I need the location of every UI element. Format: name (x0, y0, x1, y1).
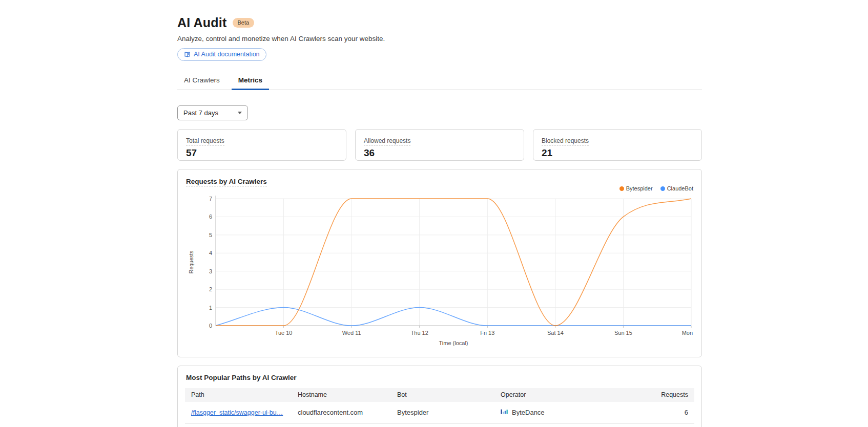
table-title: Most Popular Paths by AI Crawler (178, 366, 701, 388)
x-tick-label: Sun 15 (614, 330, 632, 336)
table-header-row: Path Hostname Bot Operator Requests (185, 388, 694, 402)
tab-ai-crawlers[interactable]: AI Crawlers (177, 72, 226, 90)
table-row: /flasgger_static/lib/jquery.min.jscloudf… (185, 423, 694, 427)
y-tick-label: 1 (209, 305, 212, 311)
column-header-operator: Operator (494, 388, 633, 402)
hostname-cell: cloudflarecontent.com (292, 402, 391, 423)
hostname-cell: cloudflarecontent.com (292, 424, 391, 427)
x-tick-label: Mon 16 (682, 330, 693, 336)
legend-label: Bytespider (626, 185, 653, 191)
page-title: AI Audit (177, 15, 227, 30)
stat-label-allowed-requests[interactable]: Allowed requests (364, 137, 410, 145)
column-header-path: Path (185, 388, 292, 402)
stats-row: Total requests 57 Allowed requests 36 Bl… (177, 129, 702, 161)
tab-metrics[interactable]: Metrics (232, 72, 269, 90)
book-icon (184, 51, 191, 58)
column-header-hostname: Hostname (292, 388, 391, 402)
x-tick-label: Fri 13 (480, 330, 494, 336)
time-range-select[interactable]: Past 7 days (177, 105, 248, 120)
stat-label-blocked-requests: Blocked requests (542, 137, 589, 145)
requests-cell: 6 (633, 402, 694, 423)
x-axis-title: Time (local) (439, 340, 468, 346)
x-tick-label: Tue 10 (275, 330, 293, 336)
requests-cell: 5 (633, 424, 694, 427)
stat-value-blocked-requests: 21 (542, 147, 693, 159)
stat-card-allowed-requests: Allowed requests 36 (355, 129, 524, 161)
requests-line-chart[interactable]: 01234567Tue 10Wed 11Thu 12Fri 13Sat 14Su… (186, 193, 693, 352)
stat-value-allowed-requests: 36 (364, 147, 515, 159)
column-header-bot: Bot (391, 388, 494, 402)
x-tick-label: Sat 14 (547, 330, 564, 336)
bot-cell: Bytespider (391, 402, 494, 423)
ai-audit-documentation-button[interactable]: AI Audit documentation (177, 48, 266, 61)
path-link[interactable]: /flasgger_static/swagger-ui-bu… (191, 409, 283, 416)
column-header-requests: Requests (633, 388, 694, 402)
legend-label: ClaudeBot (667, 185, 693, 191)
chart-title[interactable]: Requests by AI Crawlers (186, 178, 267, 186)
y-tick-label: 6 (209, 214, 212, 220)
time-range-value: Past 7 days (183, 109, 218, 117)
x-tick-label: Wed 11 (342, 330, 361, 336)
x-tick-label: Thu 12 (411, 330, 428, 336)
chart-legend: BytespiderClaudeBot (619, 185, 693, 191)
operator-name: ByteDance (512, 409, 545, 416)
bot-cell: Bytespider (391, 424, 494, 427)
legend-item-claudebot[interactable]: ClaudeBot (660, 185, 693, 191)
tabs: AI Crawlers Metrics (177, 72, 702, 90)
requests-chart-card: Requests by AI Crawlers BytespiderClaude… (177, 169, 702, 357)
series-line-bytespider (216, 199, 691, 326)
stat-card-total-requests: Total requests 57 (177, 129, 346, 161)
page-subtitle: Analyze, control and monetize when AI Cr… (177, 35, 702, 42)
legend-dot-icon (660, 186, 665, 191)
legend-dot-icon (619, 186, 624, 191)
y-tick-label: 0 (209, 323, 212, 329)
stat-card-blocked-requests: Blocked requests 21 (533, 129, 702, 161)
stat-label-total-requests[interactable]: Total requests (186, 137, 224, 145)
y-tick-label: 2 (209, 286, 212, 292)
table-body: /flasgger_static/swagger-ui-bu…cloudflar… (185, 402, 694, 427)
legend-item-bytespider[interactable]: Bytespider (619, 185, 653, 191)
table-row: /flasgger_static/swagger-ui-bu…cloudflar… (185, 402, 694, 423)
bytedance-logo-icon (501, 408, 508, 417)
operator-cell: ByteDance (494, 402, 633, 423)
y-axis-title: Requests (188, 251, 194, 273)
series-line-claudebot (216, 308, 691, 326)
chevron-down-icon (238, 112, 242, 114)
main-content: AI Audit Beta Analyze, control and monet… (177, 0, 702, 427)
y-tick-label: 5 (209, 232, 212, 238)
beta-badge: Beta (233, 18, 255, 28)
popular-paths-card: Most Popular Paths by AI Crawler Path Ho… (177, 366, 702, 427)
y-tick-label: 4 (209, 250, 212, 256)
y-tick-label: 7 (209, 196, 212, 202)
operator-cell: ByteDance (494, 424, 633, 427)
stat-value-total-requests: 57 (186, 147, 338, 159)
y-tick-label: 3 (209, 268, 212, 274)
page-header: AI Audit Beta (177, 15, 702, 30)
doc-button-label: AI Audit documentation (194, 51, 260, 58)
